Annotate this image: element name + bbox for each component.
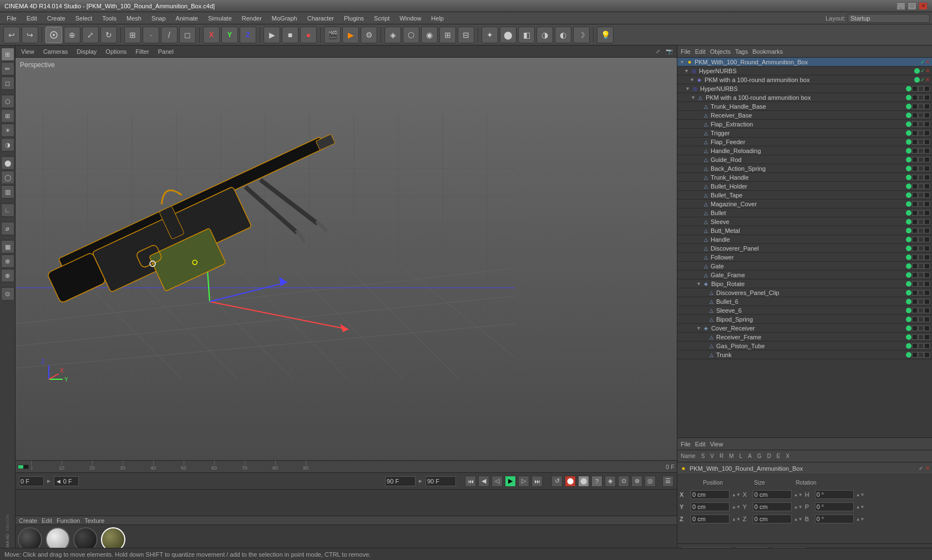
record-button[interactable]: ● bbox=[300, 27, 317, 43]
size-x-input[interactable] bbox=[753, 490, 792, 499]
play-forward-button[interactable]: ▶ bbox=[505, 476, 516, 487]
om-object-row-19[interactable]: △ Follower bbox=[677, 253, 932, 262]
om-object-row-25[interactable]: △ Sleeve_6 bbox=[677, 306, 932, 315]
render-view-button[interactable]: 🎬 bbox=[324, 27, 341, 43]
om-pkm-main[interactable]: ▼ ◈ PKM with a 100-round ammunition box … bbox=[677, 75, 932, 84]
z-axis-button[interactable]: Z bbox=[240, 27, 256, 43]
perspective-btn[interactable]: ⬡ bbox=[1, 95, 14, 108]
tool-i[interactable]: ⊙ bbox=[1, 287, 14, 301]
mat-menu-create[interactable]: Create bbox=[19, 517, 37, 524]
om-root-row[interactable]: ▼ ■ PKM_With_100_Round_Ammunition_Box ✓ … bbox=[677, 58, 932, 67]
vp-menu-panel[interactable]: Panel bbox=[156, 47, 176, 56]
om-object-row-12[interactable]: △ Bullet_Tape bbox=[677, 191, 932, 200]
om-object-row-6[interactable]: △ Flap_Feeder bbox=[677, 138, 932, 146]
mat-menu-function[interactable]: Function bbox=[57, 517, 80, 524]
total-frame-input[interactable] bbox=[426, 476, 456, 486]
tool5-button[interactable]: ⊟ bbox=[458, 27, 474, 43]
attr-menu-view[interactable]: View bbox=[710, 441, 723, 447]
rot-h-input[interactable] bbox=[815, 490, 854, 499]
record-rot-button[interactable]: ⬤ bbox=[578, 476, 589, 487]
menu-character[interactable]: Character bbox=[303, 14, 338, 23]
tool-a[interactable]: ⬤ bbox=[1, 156, 14, 170]
vp-menu-view[interactable]: View bbox=[19, 47, 37, 56]
tool-g[interactable]: ⊗ bbox=[1, 254, 14, 268]
attr-menu-edit[interactable]: Edit bbox=[695, 441, 706, 447]
attr-selected-row[interactable]: ■ PKM_With_100_Round_Ammunition_Box ✓ ✕ bbox=[677, 462, 932, 475]
om-object-row-2[interactable]: △ Trunk_Handle_Base bbox=[677, 102, 932, 111]
om-object-row-29[interactable]: △ Gas_Piston_Tube bbox=[677, 342, 932, 350]
select-tool-btn[interactable]: ⊞ bbox=[1, 48, 14, 61]
record-all-button[interactable]: ◈ bbox=[605, 476, 616, 487]
minimize-button[interactable]: _ bbox=[896, 2, 905, 10]
menu-create[interactable]: Create bbox=[43, 14, 70, 23]
tool-c[interactable]: ▥ bbox=[1, 185, 14, 198]
move-button[interactable]: ⊕ bbox=[64, 27, 80, 43]
om-menu-file[interactable]: File bbox=[681, 48, 691, 55]
vp-menu-options[interactable]: Options bbox=[103, 47, 129, 56]
rot-p-arrow[interactable]: ▲▼ bbox=[856, 505, 865, 510]
om-object-row-10[interactable]: △ Trunk_Handle bbox=[677, 173, 932, 182]
om-menu-bookmarks[interactable]: Bookmarks bbox=[752, 48, 783, 55]
light-btn[interactable]: ☀ bbox=[1, 124, 14, 137]
size-y-arrow[interactable]: ▲▼ bbox=[794, 505, 803, 510]
size-x-arrow[interactable]: ▲▼ bbox=[794, 492, 803, 497]
om-object-row-30[interactable]: △ Trunk bbox=[677, 350, 932, 359]
vp-menu-display[interactable]: Display bbox=[74, 47, 99, 56]
attr-menu-file[interactable]: File bbox=[681, 441, 691, 447]
stop-button[interactable]: ■ bbox=[282, 27, 298, 43]
rot-b-arrow[interactable]: ▲▼ bbox=[856, 517, 865, 522]
pos-x-input[interactable] bbox=[691, 490, 730, 499]
motion-button[interactable]: ⊛ bbox=[631, 476, 642, 487]
obj-arrow-22[interactable]: ▼ bbox=[696, 281, 701, 287]
view3d-btn[interactable]: ◻ bbox=[1, 77, 14, 90]
size-z-arrow[interactable]: ▲▼ bbox=[794, 517, 803, 522]
draw-tool-btn[interactable]: ✏ bbox=[1, 62, 14, 75]
render-settings-button[interactable]: ⚙ bbox=[361, 27, 377, 43]
pos-z-arrow[interactable]: ▲▼ bbox=[732, 517, 741, 522]
om-object-row-15[interactable]: △ Sleeve bbox=[677, 217, 932, 226]
om-object-row-11[interactable]: △ Bullet_Holder bbox=[677, 182, 932, 191]
mat-menu-texture[interactable]: Texture bbox=[84, 517, 104, 524]
menu-animate[interactable]: Animate bbox=[171, 14, 202, 23]
om-object-row-26[interactable]: △ Bipod_Spring bbox=[677, 315, 932, 324]
object-mode-button[interactable]: ⊞ bbox=[124, 27, 141, 43]
step-forward-button[interactable]: ▷ bbox=[518, 476, 529, 487]
menu-select[interactable]: Select bbox=[71, 14, 97, 23]
om-object-row-8[interactable]: △ Guide_Rod bbox=[677, 155, 932, 164]
tool8-button[interactable]: ◧ bbox=[518, 27, 535, 43]
tool7-button[interactable]: ⬤ bbox=[500, 27, 516, 43]
vp-menu-cameras[interactable]: Cameras bbox=[41, 47, 70, 56]
live-selection-button[interactable] bbox=[45, 27, 62, 43]
autokey-button[interactable]: ⊙ bbox=[618, 476, 629, 487]
rot-h-arrow[interactable]: ▲▼ bbox=[856, 492, 865, 497]
vp-menu-filter[interactable]: Filter bbox=[133, 47, 151, 56]
obj-arrow-0[interactable]: ▼ bbox=[685, 86, 690, 91]
redo-button[interactable]: ↪ bbox=[22, 27, 38, 43]
frame-current-input[interactable] bbox=[54, 476, 79, 486]
play-forward-button[interactable]: ▶ bbox=[264, 27, 280, 43]
om-object-row-22[interactable]: ▼ ◈ Bipo_Rotate bbox=[677, 279, 932, 288]
shade-btn[interactable]: ◑ bbox=[1, 138, 14, 151]
om-object-row-24[interactable]: △ Bullet_6 bbox=[677, 297, 932, 306]
scale-button[interactable]: ⤢ bbox=[82, 27, 99, 43]
om-object-row-9[interactable]: △ Back_Action_Spring bbox=[677, 164, 932, 173]
om-object-row-23[interactable]: △ Discoveres_Panel_Clip bbox=[677, 288, 932, 297]
menu-edit[interactable]: Edit bbox=[22, 14, 42, 23]
tool-b[interactable]: ◯ bbox=[1, 171, 14, 184]
play-back-button[interactable]: ◁ bbox=[492, 476, 503, 487]
menu-render[interactable]: Render bbox=[237, 14, 266, 23]
om-object-row-28[interactable]: △ Receiver_Frame bbox=[677, 333, 932, 342]
om-object-row-27[interactable]: ▼ ◈ Cover_Receiver bbox=[677, 324, 932, 333]
go-start-button[interactable]: ⏮ bbox=[465, 476, 476, 487]
tool12-button[interactable]: 💡 bbox=[597, 27, 614, 43]
pos-x-arrow[interactable]: ▲▼ bbox=[732, 492, 741, 497]
obj-arrow-27[interactable]: ▼ bbox=[696, 325, 701, 331]
om-object-row-5[interactable]: △ Trigger bbox=[677, 129, 932, 138]
menu-tools[interactable]: Tools bbox=[98, 14, 121, 23]
hyperNURBS-arrow[interactable]: ▼ bbox=[684, 68, 689, 74]
vp-maximize-icon[interactable]: ⤢ bbox=[654, 47, 662, 56]
grid-btn[interactable]: ⊞ bbox=[1, 109, 14, 123]
tool11-button[interactable]: ☽ bbox=[573, 27, 590, 43]
loop-button[interactable]: ↺ bbox=[551, 476, 563, 487]
rotate-button[interactable]: ↻ bbox=[100, 27, 117, 43]
